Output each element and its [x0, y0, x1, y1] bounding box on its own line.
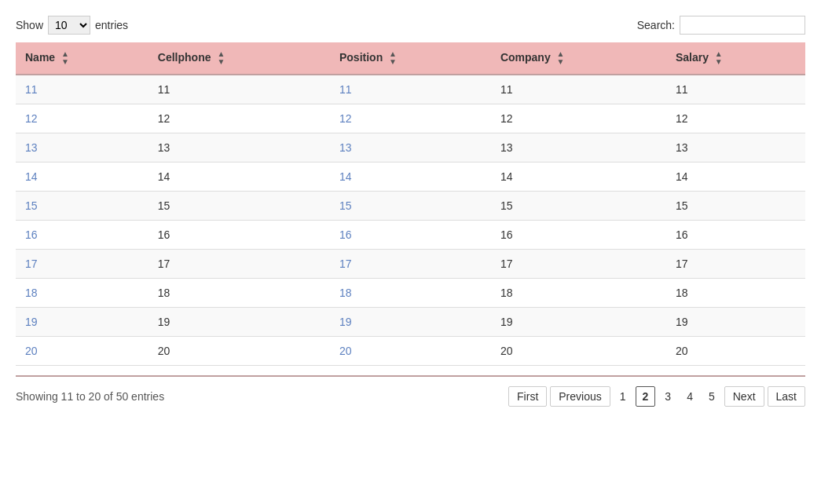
cell-name[interactable]: 11: [16, 75, 148, 104]
cell-salary: 19: [666, 308, 805, 337]
search-input[interactable]: [680, 16, 805, 35]
next-button[interactable]: Next: [724, 386, 764, 407]
col-salary[interactable]: Salary ▲▼: [666, 42, 805, 75]
cell-position[interactable]: 13: [330, 133, 491, 163]
cell-salary: 13: [666, 133, 805, 163]
col-salary-label: Salary: [676, 51, 709, 64]
cell-salary: 11: [666, 75, 805, 104]
table-row: 1616161616: [16, 221, 805, 250]
cell-salary: 18: [666, 279, 805, 308]
pagination: First Previous 1 2 3 4 5 Next Last: [508, 386, 805, 407]
cell-name[interactable]: 16: [16, 221, 148, 250]
cell-company: 20: [491, 337, 666, 366]
cell-name[interactable]: 17: [16, 250, 148, 279]
cell-name[interactable]: 15: [16, 192, 148, 221]
cell-position[interactable]: 16: [330, 221, 491, 250]
col-name-label: Name: [25, 51, 55, 64]
prev-button[interactable]: Previous: [550, 386, 610, 407]
sort-icon-cellphone: ▲▼: [217, 50, 225, 66]
show-label: Show: [16, 19, 43, 31]
show-entries: Show 10 25 50 100 entries: [16, 16, 128, 35]
entries-select[interactable]: 10 25 50 100: [48, 16, 90, 35]
search-box: Search:: [637, 16, 805, 35]
cell-company: 11: [491, 75, 666, 104]
cell-company: 15: [491, 192, 666, 221]
cell-cellphone: 17: [148, 250, 330, 279]
table-row: 1414141414: [16, 163, 805, 192]
cell-salary: 20: [666, 337, 805, 366]
cell-position[interactable]: 11: [330, 75, 491, 104]
cell-salary: 15: [666, 192, 805, 221]
cell-cellphone: 14: [148, 163, 330, 192]
cell-cellphone: 16: [148, 221, 330, 250]
showing-text: Showing 11 to 20 of 50 entries: [16, 390, 164, 403]
cell-position[interactable]: 15: [330, 192, 491, 221]
sort-icon-position: ▲▼: [389, 50, 397, 66]
cell-position[interactable]: 19: [330, 308, 491, 337]
table-row: 1919191919: [16, 308, 805, 337]
cell-position[interactable]: 14: [330, 163, 491, 192]
page-4[interactable]: 4: [680, 387, 699, 406]
cell-cellphone: 13: [148, 133, 330, 163]
last-button[interactable]: Last: [768, 386, 805, 407]
cell-position[interactable]: 17: [330, 250, 491, 279]
cell-company: 18: [491, 279, 666, 308]
cell-salary: 17: [666, 250, 805, 279]
sort-icon-company: ▲▼: [557, 50, 565, 66]
sort-icon-name: ▲▼: [61, 50, 69, 66]
col-name[interactable]: Name ▲▼: [16, 42, 148, 75]
cell-cellphone: 20: [148, 337, 330, 366]
cell-name[interactable]: 12: [16, 104, 148, 133]
cell-company: 12: [491, 104, 666, 133]
first-button[interactable]: First: [508, 386, 547, 407]
table-row: 1515151515: [16, 192, 805, 221]
cell-salary: 16: [666, 221, 805, 250]
top-controls: Show 10 25 50 100 entries Search:: [16, 16, 805, 35]
cell-salary: 12: [666, 104, 805, 133]
col-cellphone[interactable]: Cellphone ▲▼: [148, 42, 330, 75]
page-1[interactable]: 1: [614, 387, 632, 406]
cell-name[interactable]: 19: [16, 308, 148, 337]
table-row: 1212121212: [16, 104, 805, 133]
cell-cellphone: 12: [148, 104, 330, 133]
search-label: Search:: [637, 19, 675, 31]
cell-cellphone: 18: [148, 279, 330, 308]
cell-company: 14: [491, 163, 666, 192]
cell-cellphone: 15: [148, 192, 330, 221]
cell-position[interactable]: 20: [330, 337, 491, 366]
bottom-controls: Showing 11 to 20 of 50 entries First Pre…: [16, 375, 805, 407]
cell-name[interactable]: 14: [16, 163, 148, 192]
cell-cellphone: 11: [148, 75, 330, 104]
table-header: Name ▲▼ Cellphone ▲▼ Position ▲▼ Company…: [16, 42, 805, 75]
col-company[interactable]: Company ▲▼: [491, 42, 666, 75]
page-3[interactable]: 3: [658, 387, 677, 406]
cell-company: 13: [491, 133, 666, 163]
table-row: 2020202020: [16, 337, 805, 366]
table-row: 1818181818: [16, 279, 805, 308]
table-body: 1111111111121212121213131313131414141414…: [16, 75, 805, 366]
cell-salary: 14: [666, 163, 805, 192]
header-row: Name ▲▼ Cellphone ▲▼ Position ▲▼ Company…: [16, 42, 805, 75]
table-row: 1717171717: [16, 250, 805, 279]
cell-name[interactable]: 18: [16, 279, 148, 308]
col-cellphone-label: Cellphone: [158, 51, 211, 64]
entries-label: entries: [95, 19, 128, 31]
cell-cellphone: 19: [148, 308, 330, 337]
col-position-label: Position: [339, 51, 383, 64]
cell-position[interactable]: 12: [330, 104, 491, 133]
sort-icon-salary: ▲▼: [715, 50, 723, 66]
page-5[interactable]: 5: [702, 387, 721, 406]
col-position[interactable]: Position ▲▼: [330, 42, 491, 75]
cell-name[interactable]: 13: [16, 133, 148, 163]
table-row: 1313131313: [16, 133, 805, 163]
cell-company: 19: [491, 308, 666, 337]
col-company-label: Company: [500, 51, 551, 64]
data-table: Name ▲▼ Cellphone ▲▼ Position ▲▼ Company…: [16, 42, 805, 366]
cell-company: 16: [491, 221, 666, 250]
page-2[interactable]: 2: [636, 386, 656, 407]
cell-position[interactable]: 18: [330, 279, 491, 308]
table-row: 1111111111: [16, 75, 805, 104]
cell-name[interactable]: 20: [16, 337, 148, 366]
cell-company: 17: [491, 250, 666, 279]
